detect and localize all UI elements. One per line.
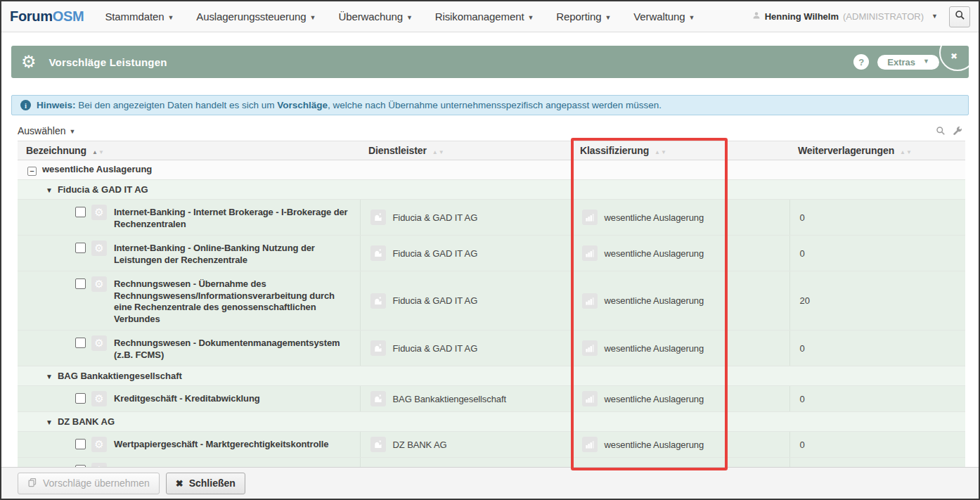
bar-chart-icon <box>582 210 598 225</box>
hint-highlight: Vorschläge <box>277 100 328 110</box>
user-menu[interactable]: Henning Wilhelm (ADMINISTRATOR) ▼ <box>752 11 938 22</box>
chevron-down-icon: ▼ <box>528 14 534 21</box>
hint-segment: , welche nach Übernahme unternehmensspez… <box>328 100 662 110</box>
provider-name: BAG Bankaktiengesellschaft <box>393 394 506 404</box>
row-checkbox[interactable] <box>75 243 86 253</box>
nav-item-reporting[interactable]: Reporting▼ <box>556 11 611 23</box>
global-search-button[interactable] <box>949 6 970 27</box>
subgroup-label: BAG Bankaktiengesellschaft <box>58 371 182 381</box>
nav-item-risikomanagement[interactable]: Risikomanagement▼ <box>435 11 534 23</box>
logo-primary: Forum <box>10 8 53 24</box>
table-toolbar: Auswählen▼ <box>18 125 962 136</box>
provider-name: Fiducia & GAD IT AG <box>393 248 478 259</box>
select-dropdown[interactable]: Auswählen▼ <box>18 125 75 136</box>
classification-value: wesentliche Auslagerung <box>605 394 704 404</box>
table-row[interactable]: ⚙Rechnungswesen - Dokumentenmanagementsy… <box>18 331 965 366</box>
page-title: Vorschläge Leistungen <box>49 56 167 68</box>
service-name: Rechnungswesen - Übernahme des Rechnungs… <box>114 276 353 325</box>
proposals-table: Bezeichnung▲▼Dienstleister▲▼Klassifizier… <box>18 141 965 494</box>
magnifier-icon <box>955 10 965 23</box>
nav-item-auslagerungssteuerung[interactable]: Auslagerungssteuerung▼ <box>196 11 316 23</box>
sort-icons: ▲▼ <box>92 149 105 155</box>
gear-icon[interactable]: ⚙ <box>91 335 107 351</box>
chevron-down-icon: ▼ <box>167 14 174 21</box>
table-row[interactable]: ⚙Internet-Banking - Internet Brokerage -… <box>18 200 965 236</box>
accept-label: Vorschläge übernehmen <box>43 477 150 489</box>
subgroup-row: ▼DZ BANK AG <box>18 412 965 432</box>
nav-item-verwaltung[interactable]: Verwaltung▼ <box>633 11 695 23</box>
chevron-down-icon: ▼ <box>923 58 929 65</box>
table-row[interactable]: ⚙Wertpapiergeschäft - Marktgerechtigkeit… <box>18 432 965 458</box>
bar-chart-icon <box>582 245 598 261</box>
provider-name: Fiducia & GAD IT AG <box>393 212 478 223</box>
service-name: Internet-Banking - Internet Brokerage - … <box>114 205 353 230</box>
sort-icons: ▲▼ <box>655 149 667 155</box>
group-row: –wesentliche Auslagerung <box>18 160 965 180</box>
close-icon: ✖ <box>950 51 958 61</box>
person-icon <box>752 11 761 22</box>
gear-icon[interactable]: ⚙ <box>91 205 107 220</box>
row-checkbox[interactable] <box>75 393 86 404</box>
logo-secondary: OSM <box>53 8 84 24</box>
building-icon <box>370 340 386 356</box>
column-header-weiterverlagerungen[interactable]: Weiterverlagerungen▲▼ <box>789 141 965 160</box>
close-label: Schließen <box>189 477 236 489</box>
select-label: Auswählen <box>18 125 66 136</box>
collapse-caret-icon[interactable]: ▼ <box>46 373 53 380</box>
suboutsourcing-count: 0 <box>797 394 805 404</box>
sort-icons: ▲▼ <box>432 149 445 155</box>
classification-value: wesentliche Auslagerung <box>605 212 704 223</box>
top-navigation-bar: ForumOSM Stammdaten▼Auslagerungssteuerun… <box>1 1 979 32</box>
table-row[interactable]: ⚙Kreditgeschäft - KreditabwicklungBAG Ba… <box>18 386 965 412</box>
help-button[interactable]: ? <box>853 54 869 70</box>
panel-header: ⚙ Vorschläge Leistungen ? Extras ▼ ✖ <box>11 46 969 78</box>
table-search-icon[interactable] <box>936 126 946 136</box>
collapse-caret-icon[interactable]: ▼ <box>46 186 53 194</box>
nav-item-stammdaten[interactable]: Stammdaten▼ <box>105 11 174 23</box>
classification-value: wesentliche Auslagerung <box>605 248 704 259</box>
subgroup-label: DZ BANK AG <box>58 416 115 427</box>
row-checkbox[interactable] <box>75 207 86 217</box>
service-name: Internet-Banking - Online-Banking Nutzun… <box>114 241 353 266</box>
hint-text: Hinweis: Bei den angezeigten Daten hande… <box>37 100 662 110</box>
chevron-down-icon: ▼ <box>406 14 413 21</box>
row-checkbox[interactable] <box>75 278 86 289</box>
table-header-row: Bezeichnung▲▼Dienstleister▲▼Klassifizier… <box>18 141 965 160</box>
panel-close-button[interactable]: ✖ <box>939 34 976 71</box>
suboutsourcing-count: 0 <box>797 248 805 259</box>
service-name: Kreditgeschäft - Kreditabwicklung <box>114 391 260 405</box>
footer-bar: Vorschläge übernehmen ✖ Schließen <box>1 467 979 499</box>
gear-icon[interactable]: ⚙ <box>91 391 107 406</box>
chevron-down-icon: ▼ <box>688 14 695 21</box>
column-header-dienstleister[interactable]: Dienstleister▲▼ <box>360 141 572 160</box>
accept-proposals-button[interactable]: Vorschläge übernehmen <box>18 473 160 494</box>
table-settings-wrench-icon[interactable] <box>953 126 962 136</box>
app-logo[interactable]: ForumOSM <box>10 8 84 25</box>
row-checkbox[interactable] <box>75 439 86 449</box>
row-checkbox[interactable] <box>75 338 86 348</box>
column-header-klassifizierung[interactable]: Klassifizierung▲▼ <box>572 141 789 160</box>
user-name: Henning Wilhelm <box>765 11 839 22</box>
bar-chart-icon <box>582 391 598 406</box>
hint-prefix: Hinweis: <box>37 100 76 110</box>
hint-segment: Bei den angezeigten Daten handelt es sic… <box>76 100 278 110</box>
building-icon <box>370 391 386 406</box>
chevron-down-icon: ▼ <box>605 14 611 21</box>
column-header-bezeichnung[interactable]: Bezeichnung▲▼ <box>18 141 360 160</box>
classification-value: wesentliche Auslagerung <box>605 440 704 450</box>
table-row[interactable]: ⚙Internet-Banking - Online-Banking Nutzu… <box>18 236 965 271</box>
close-button[interactable]: ✖ Schließen <box>166 473 245 494</box>
collapse-icon[interactable]: – <box>27 167 37 176</box>
bar-chart-icon <box>582 340 598 356</box>
table-row[interactable]: ⚙Rechnungswesen - Übernahme des Rechnung… <box>18 271 965 331</box>
extras-dropdown-button[interactable]: Extras ▼ <box>877 55 939 70</box>
gear-icon[interactable]: ⚙ <box>91 276 107 292</box>
gear-icon[interactable]: ⚙ <box>91 241 107 256</box>
provider-name: DZ BANK AG <box>393 440 447 450</box>
subgroup-row: ▼Fiducia & GAD IT AG <box>18 180 965 200</box>
classification-value: wesentliche Auslagerung <box>605 343 704 354</box>
nav-item-berwachung[interactable]: Überwachung▼ <box>338 11 412 23</box>
gear-icon: ⚙ <box>21 53 37 70</box>
gear-icon[interactable]: ⚙ <box>91 437 107 452</box>
collapse-caret-icon[interactable]: ▼ <box>46 418 53 426</box>
